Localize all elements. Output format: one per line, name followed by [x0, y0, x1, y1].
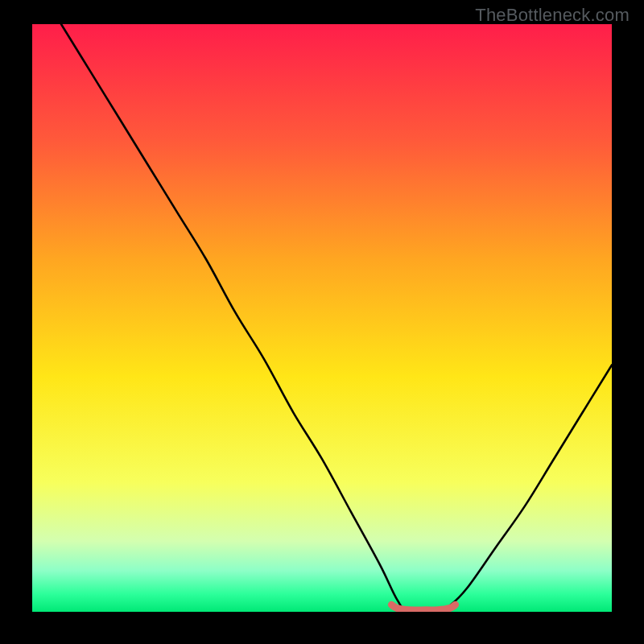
plot-area: [32, 24, 612, 612]
watermark-text: TheBottleneck.com: [475, 5, 630, 26]
chart-svg: [32, 24, 612, 612]
chart-background: [32, 24, 612, 612]
chart-frame: TheBottleneck.com: [0, 0, 644, 644]
